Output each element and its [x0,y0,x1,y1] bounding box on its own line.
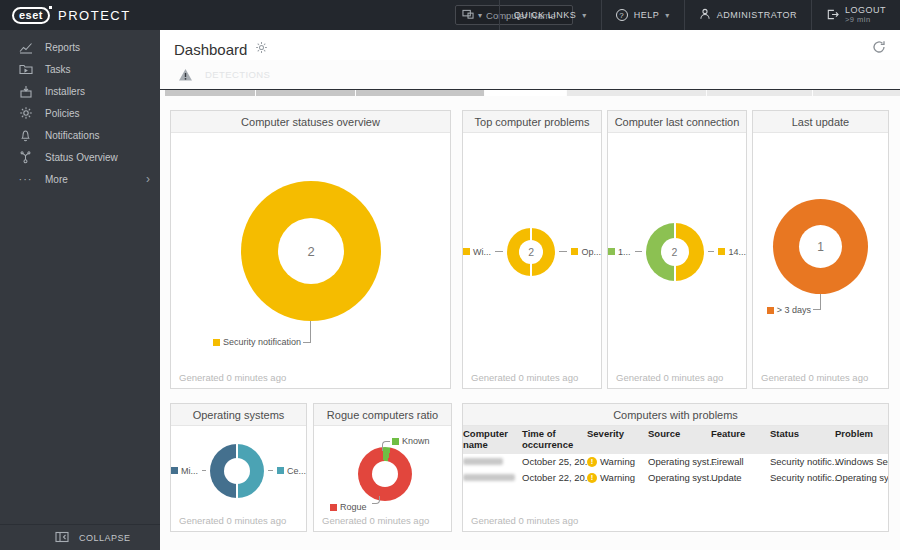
column-header[interactable]: Computer name [463,429,519,451]
table-row[interactable]: October 22, 20... !Warning Operating sys… [463,470,888,486]
panel-computer-statuses-overview: Computer statuses overview 2 Security no… [170,110,451,389]
panel-computers-with-problems: Computers with problems Computer name Ti… [462,403,889,532]
table-row[interactable]: October 25, 20... !Warning Operating sys… [463,454,888,470]
rogue-ratio-donut-chart[interactable] [358,447,412,501]
column-header[interactable]: Problem [835,429,888,440]
column-header[interactable]: Source [648,429,708,440]
sidebar-collapse-button[interactable]: COLLAPSE [0,524,160,550]
legend-3-days: > 3 days [753,305,811,315]
chevron-down-icon: ▾ [665,11,670,20]
severity-cell: !Warning [587,472,645,483]
dashboard-settings-gear-icon[interactable] [255,40,268,58]
time-cell: October 22, 20... [522,472,584,483]
logout-timer: >9 min [845,16,886,24]
chevron-down-icon[interactable]: ▾ [478,11,482,20]
legend-label: 14... [728,247,746,257]
callout-line [372,496,380,504]
panel-rogue-computers-ratio: Rogue computers ratio Known Rogue Genera… [313,403,452,532]
legend-rogue: Rogue [330,502,367,512]
column-header[interactable]: Severity [587,429,645,440]
sidebar-item-more[interactable]: ··· More › [0,168,160,190]
chevron-down-icon: ▾ [582,11,587,20]
warning-icon: ! [587,473,597,483]
sidebar-item-label: Notifications [45,130,99,141]
product-name: PROTECT [58,8,131,23]
generated-timestamp: Generated 0 minutes ago [471,372,578,383]
generated-timestamp: Generated 0 minutes ago [179,372,286,383]
panel-title: Top computer problems [463,111,601,133]
sidebar-item-notifications[interactable]: Notifications [0,124,160,146]
legend-label: Rogue [340,502,367,512]
callout-line [813,294,821,310]
column-header[interactable]: Time of occurrence [522,429,584,451]
more-ellipsis-icon: ··· [18,172,33,187]
sidebar-item-label: Policies [45,108,79,119]
legend-label: Security notification [223,337,301,347]
sidebar-item-status-overview[interactable]: Status Overview [0,146,160,168]
main-content: Dashboard ‹ Status Overview Security Ove… [160,30,900,550]
help-menu[interactable]: ? HELP ▾ [601,0,684,30]
logout-button[interactable]: LOGOUT >9 min [811,0,900,30]
legend-swatch [718,248,725,255]
feature-cell: Update [711,472,767,483]
top-problems-donut-chart[interactable]: 2 [507,228,555,276]
legend-right: 14... [718,247,746,257]
monitor-icon [462,6,474,24]
donut-hole [224,458,250,484]
sidebar-item-detections[interactable]: DETECTIONS [160,60,900,90]
donut-center-value: 2 [278,218,344,284]
computer-statuses-donut-chart[interactable]: 2 [241,181,381,321]
callout-line [559,251,567,252]
column-header[interactable]: Status [770,429,832,440]
time-cell: October 25, 20... [522,456,584,467]
sidebar-item-tasks[interactable]: Tasks [0,58,160,80]
callout-line [303,321,311,343]
last-update-donut-chart[interactable]: 1 [773,199,868,294]
operating-systems-donut-chart[interactable] [210,444,264,498]
panel-top-computer-problems: Top computer problems Wi... 2 Op... Gene… [462,110,602,389]
legend-label: Wi... [473,247,491,257]
generated-timestamp: Generated 0 minutes ago [179,515,286,526]
sidebar-item-label: Reports [45,42,80,53]
last-connection-donut-chart[interactable]: 2 [646,223,704,281]
legend-known: Known [392,436,430,446]
panel-operating-systems: Operating systems Mi... Ce... Generated … [170,403,307,532]
sidebar-item-policies[interactable]: Policies [0,102,160,124]
legend-label: 1... [618,247,631,257]
legend-right: Ce... [277,466,306,476]
computer-name-redacted [463,456,519,467]
sidebar-item-installers[interactable]: Installers [0,80,160,102]
severity-label: Warning [600,472,635,483]
generated-timestamp: Generated 0 minutes ago [761,372,868,383]
eset-protect-logo: eset PROTECT [0,7,131,24]
generated-timestamp: Generated 0 minutes ago [616,372,723,383]
legend-swatch [571,248,578,255]
panel-title: Last update [753,111,888,133]
status-cell: Security notific... [770,456,832,467]
donut-center-value: 1 [799,225,842,268]
warning-icon: ! [587,457,597,467]
chevron-right-icon: › [146,172,150,186]
legend-label: Op... [581,247,601,257]
notifications-bell-icon [18,128,33,143]
installers-icon [18,84,33,99]
panel-last-update: Last update 1 > 3 days Generated 0 minut… [752,110,889,389]
legend-label: Mi... [181,466,198,476]
sidebar-item-label: DETECTIONS [205,69,270,80]
help-label: HELP [634,10,660,20]
administrator-menu[interactable]: ADMINISTRATOR [684,0,811,30]
legend-label: > 3 days [777,305,811,315]
eset-logo: eset [12,7,50,24]
legend-swatch [767,307,774,314]
column-header[interactable]: Feature [711,429,767,440]
sidebar-item-label: Status Overview [45,152,118,163]
sidebar-item-label: Tasks [45,64,71,75]
logout-icon [826,8,839,23]
sidebar-item-reports[interactable]: Reports [0,36,160,58]
refresh-icon[interactable] [872,40,886,58]
problem-cell: Windows Secur... [835,456,888,467]
quick-links-menu[interactable]: QUICK LINKS ▾ [499,0,601,30]
legend-label: Ce... [287,466,306,476]
legend-swatch [277,467,284,474]
panel-computer-last-connection: Computer last connection 1... 2 14... Ge… [607,110,747,389]
